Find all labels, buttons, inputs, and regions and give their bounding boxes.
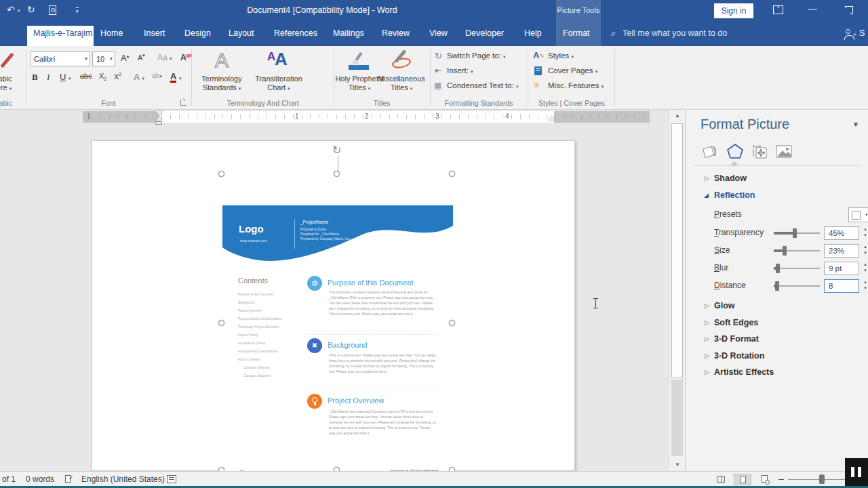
tab-home[interactable]: Home (100, 28, 123, 38)
subscript-button[interactable]: X2 (99, 72, 106, 81)
text-effects-button[interactable]: A ▾ (134, 72, 144, 82)
soft-edges-expand-icon[interactable]: ▷ (705, 319, 709, 326)
italic-button[interactable]: I (47, 72, 50, 83)
grow-font-button[interactable]: A▴ (121, 53, 129, 63)
horizontal-ruler[interactable]: 1 1 2 3 4 (83, 111, 650, 123)
print-layout-icon[interactable] (734, 474, 751, 485)
scroll-up-icon[interactable]: ▲ (669, 110, 686, 121)
threed-format-expand-icon[interactable]: ▷ (705, 336, 709, 342)
artistic-effects-expand-icon[interactable]: ▷ (705, 369, 709, 375)
tab-design[interactable]: Design (184, 28, 211, 38)
effects-tab-icon[interactable] (726, 142, 744, 160)
transliteration-chart-button[interactable]: Transliteration Chart ▾ (248, 75, 309, 93)
threed-rotation-section[interactable]: 3-D Rotation (714, 351, 764, 361)
bold-button[interactable]: B (32, 72, 38, 83)
superscript-button[interactable]: X2 (114, 72, 121, 81)
tab-review[interactable]: Review (382, 28, 410, 38)
proofing-icon[interactable]: ✓ (65, 475, 71, 485)
language-indicator[interactable]: English (United States) (81, 474, 165, 484)
condensed-text-to-button[interactable]: Condensed Text to: ▾ (447, 81, 519, 89)
share-label[interactable]: S (859, 28, 865, 38)
shadow-section[interactable]: Shadow (714, 174, 747, 183)
transparency-spinner[interactable]: ▲▼ (861, 226, 868, 240)
presets-dropdown[interactable]: ▾ (848, 207, 868, 222)
tab-developer[interactable]: Developer (465, 28, 504, 38)
transparency-value[interactable]: 45% (824, 226, 859, 240)
left-indent-marker[interactable] (155, 121, 162, 125)
scroll-down-icon[interactable]: ▼ (669, 459, 686, 470)
transparency-slider[interactable] (774, 226, 820, 240)
page-info[interactable]: of 1 (2, 474, 16, 484)
styles-button[interactable]: Styles ▾ (548, 52, 574, 60)
scrollbar-thumb[interactable] (671, 123, 683, 378)
selection-handle-mid-left[interactable] (218, 320, 224, 326)
tab-insert[interactable]: Insert (144, 28, 165, 38)
strikethrough-button[interactable]: abc (80, 72, 92, 80)
word-count[interactable]: 0 words (26, 474, 54, 484)
tab-references[interactable]: References (274, 28, 317, 38)
artistic-effects-section[interactable]: Artistic Effects (714, 367, 774, 377)
underline-button[interactable]: U (60, 72, 66, 82)
underline-dropdown-icon[interactable]: ▾ (68, 76, 71, 81)
tab-majlis-e-tarajim[interactable]: Majlis-e-Tarajim (33, 28, 93, 38)
read-mode-icon[interactable] (712, 474, 730, 485)
tab-layout[interactable]: Layout (229, 28, 254, 38)
first-line-indent-marker[interactable] (156, 111, 163, 115)
minimize-icon[interactable]: — (808, 3, 817, 14)
font-name-combobox[interactable]: Calibri▾ (30, 52, 90, 66)
tab-view[interactable]: View (429, 28, 448, 38)
picture-tab-icon[interactable] (775, 142, 793, 160)
arabic-here-button[interactable]: Arabic Here ▾ (0, 75, 22, 93)
share-icon[interactable] (846, 29, 850, 34)
miscellaneous-titles-button[interactable]: Miscellaneous Titles ▾ (373, 75, 430, 93)
selection-handle-top-left[interactable] (218, 171, 224, 177)
document-canvas[interactable]: 1 1 2 3 4 Logo www.example.com _ProjectN… (0, 110, 669, 471)
zoom-out-icon[interactable]: – (778, 473, 784, 484)
web-layout-icon[interactable] (755, 474, 773, 485)
distance-value[interactable]: 8 (824, 279, 859, 293)
vertical-scrollbar[interactable]: ▲ ▼ (669, 110, 685, 471)
macro-record-icon[interactable] (167, 475, 176, 483)
selection-handle-top-right[interactable] (449, 171, 455, 177)
cover-pages-button[interactable]: Cover Pages ▾ (548, 66, 597, 75)
switch-page-to-button[interactable]: Switch Page to: ▾ (447, 52, 506, 60)
undo-dropdown-icon[interactable]: ▾ (18, 8, 20, 14)
tab-format[interactable]: Format (563, 28, 590, 38)
document-page[interactable]: Logo www.example.com _ProjectName Propos… (92, 140, 575, 471)
size-value[interactable]: 23% (824, 244, 859, 258)
threed-format-section[interactable]: 3-D Format (714, 334, 759, 344)
font-color-dropdown-icon[interactable]: ▾ (179, 76, 182, 81)
glow-expand-icon[interactable]: ▷ (705, 302, 709, 309)
sign-in-button[interactable]: Sign in (714, 3, 753, 18)
reflection-collapse-icon[interactable]: ◢ (704, 192, 709, 199)
layout-properties-tab-icon[interactable] (751, 142, 768, 160)
shrink-font-button[interactable]: A▾ (138, 53, 145, 62)
right-indent-marker[interactable] (548, 117, 555, 121)
blur-value[interactable]: 9 pt (824, 262, 859, 275)
reflection-section[interactable]: Reflection (714, 190, 755, 200)
glow-section[interactable]: Glow (714, 301, 735, 310)
selected-picture[interactable]: Logo www.example.com _ProjectName Propos… (222, 205, 453, 488)
insert-button[interactable]: Insert: ▾ (447, 66, 473, 75)
soft-edges-section[interactable]: Soft Edges (714, 318, 758, 327)
fill-line-tab-icon[interactable] (702, 142, 719, 160)
undo-icon[interactable]: ↶ (7, 4, 15, 15)
rotate-handle-icon[interactable]: ↻ (332, 144, 341, 157)
redo-icon[interactable]: ↻ (27, 4, 35, 15)
video-pause-overlay[interactable] (845, 458, 868, 486)
zoom-slider-thumb[interactable] (819, 474, 825, 484)
font-dialog-launcher-icon[interactable] (180, 100, 186, 106)
font-color-button[interactable]: A (170, 72, 176, 83)
ribbon-display-options-icon[interactable] (773, 5, 783, 14)
tab-mailings[interactable]: Mailings (333, 28, 364, 38)
misc-features-button[interactable]: Misc. Features ▾ (548, 81, 604, 89)
hanging-indent-marker[interactable] (156, 117, 163, 121)
tab-help[interactable]: Help (524, 28, 542, 38)
blur-slider[interactable] (774, 262, 820, 275)
tell-me-search[interactable]: Tell me what you want to do (623, 28, 727, 38)
terminology-standards-button[interactable]: Terminology Standards ▾ (195, 75, 249, 93)
selection-handle-top-center[interactable] (334, 171, 340, 177)
blur-spinner[interactable]: ▲▼ (861, 262, 868, 275)
customize-qat-icon[interactable]: ▾ (76, 7, 79, 14)
clear-formatting-button[interactable]: A (180, 53, 186, 62)
